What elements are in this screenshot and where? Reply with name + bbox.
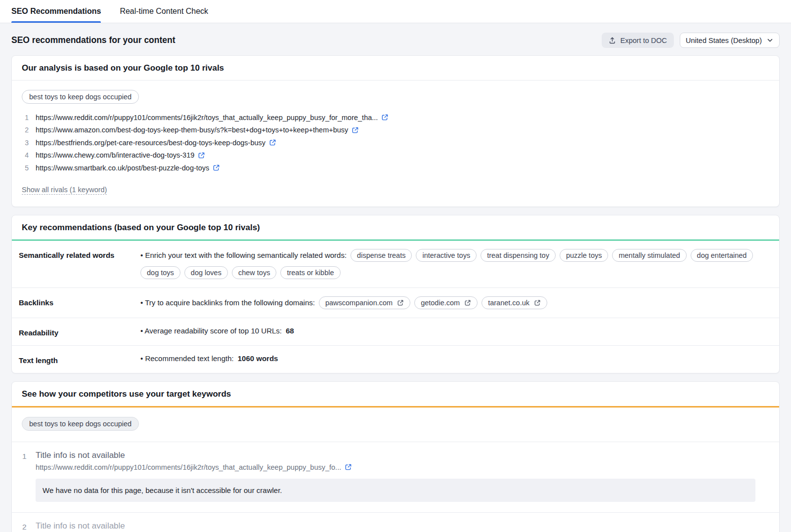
external-link-icon[interactable] (198, 152, 205, 159)
upload-icon (609, 37, 616, 44)
rival-url-list: 1 https://www.reddit.com/r/puppy101/comm… (22, 111, 769, 174)
no-data-note: We have no data for this page, because i… (36, 479, 755, 502)
key-recommendations-card: Key recommendations (based on your Googl… (11, 215, 780, 373)
rec-label: Backlinks (19, 296, 140, 307)
item-url-link[interactable]: https://www.reddit.com/r/puppy101/commen… (36, 463, 769, 471)
rival-row: 3 https://bestfriends.org/pet-care-resou… (22, 136, 769, 149)
rival-row: 5 https://www.smartbark.co.uk/post/best-… (22, 162, 769, 174)
word-chip: treat dispensing toy (481, 249, 556, 262)
competitors-keyword-area: best toys to keep dogs occupied (12, 408, 779, 442)
external-link-icon[interactable] (345, 463, 352, 471)
rival-url-link[interactable]: https://www.smartbark.co.uk/post/best-pu… (36, 164, 220, 172)
region-selector-value: United States (Desktop) (686, 37, 762, 44)
chevron-down-icon (766, 37, 774, 44)
rival-row: 2 https://www.amazon.com/best-dog-toys-k… (22, 124, 769, 137)
tab-realtime-content-check[interactable]: Real-time Content Check (120, 0, 208, 23)
readability-value: 68 (286, 327, 294, 335)
rivals-card: Our analysis is based on your Google top… (11, 55, 780, 207)
page-content: SEO recommendations for your content Exp… (0, 23, 791, 532)
keyword-chip: best toys to keep dogs occupied (22, 90, 139, 104)
rec-label: Text length (19, 354, 140, 365)
word-chip: puzzle toys (560, 249, 609, 262)
rec-row-semantic: Semantically related words Enrich your t… (12, 241, 779, 288)
text-length-text: Recommended text length: (140, 354, 234, 363)
item-number: 2 (22, 521, 36, 532)
rec-content: Try to acquire backlinks from the follow… (140, 296, 769, 309)
domain-chip[interactable]: pawscompanion.com (319, 296, 410, 309)
text-length-value: 1060 words (238, 354, 278, 363)
word-chip: interactive toys (416, 249, 477, 262)
rival-url-link[interactable]: https://www.reddit.com/r/puppy101/commen… (36, 114, 389, 122)
external-link-icon[interactable] (381, 114, 389, 121)
word-chip: treats or kibble (280, 266, 340, 279)
page-header: SEO recommendations for your content Exp… (11, 33, 780, 48)
keyword-chip: best toys to keep dogs occupied (22, 417, 139, 431)
word-chip: mentally stimulated (612, 249, 686, 262)
rival-number: 4 (22, 151, 29, 159)
readability-text: Average readability score of top 10 URLs… (140, 327, 282, 335)
domain-chip[interactable]: getodie.com (414, 296, 478, 309)
word-chip: dog entertained (691, 249, 753, 262)
word-chip: chew toys (232, 266, 276, 279)
rival-number: 2 (22, 126, 29, 134)
export-to-doc-button[interactable]: Export to DOC (602, 33, 674, 48)
rec-intro: Enrich your text with the following sema… (140, 251, 347, 259)
page-title: SEO recommendations for your content (11, 35, 176, 45)
competitors-card: See how your competitors use your target… (11, 381, 780, 532)
competitor-item: 2 Title info is not available https://ww… (12, 512, 779, 532)
item-number: 1 (22, 450, 36, 512)
external-link-icon[interactable] (269, 139, 276, 146)
tab-seo-recommendations[interactable]: SEO Recommendations (11, 0, 101, 23)
header-actions: Export to DOC United States (Desktop) (602, 33, 780, 48)
rec-row-readability: Readability Average readability score of… (12, 318, 779, 346)
rec-row-backlinks: Backlinks Try to acquire backlinks from … (12, 288, 779, 318)
rec-intro: Try to acquire backlinks from the follow… (140, 298, 315, 307)
domain-chip[interactable]: taranet.co.uk (482, 296, 547, 309)
rec-label: Semantically related words (19, 249, 140, 259)
word-chip: dog loves (184, 266, 228, 279)
item-title: Title info is not available (36, 450, 769, 460)
external-link-icon[interactable] (213, 164, 220, 171)
rec-content: Enrich your text with the following sema… (140, 249, 769, 279)
competitors-card-title: See how your competitors use your target… (12, 382, 779, 408)
region-selector[interactable]: United States (Desktop) (680, 33, 780, 48)
external-link-icon[interactable] (534, 299, 541, 306)
rec-content: Average readability score of top 10 URLs… (140, 327, 769, 335)
rival-number: 5 (22, 164, 29, 172)
item-title: Title info is not available (36, 521, 769, 531)
key-recommendations-title: Key recommendations (based on your Googl… (12, 215, 779, 241)
rival-number: 3 (22, 139, 29, 147)
rival-row: 4 https://www.chewy.com/b/interactive-do… (22, 149, 769, 162)
rivals-card-body: best toys to keep dogs occupied 1 https:… (12, 81, 779, 206)
rivals-card-title: Our analysis is based on your Google top… (12, 56, 779, 81)
rival-url-link[interactable]: https://bestfriends.org/pet-care-resourc… (36, 139, 276, 147)
show-all-rivals-link[interactable]: Show all rivals (1 keyword) (22, 186, 107, 195)
external-link-icon[interactable] (464, 299, 471, 306)
rec-label: Readability (19, 327, 140, 337)
external-link-icon[interactable] (352, 126, 359, 134)
export-button-label: Export to DOC (620, 37, 667, 44)
rec-row-text-length: Text length Recommended text length: 106… (12, 346, 779, 373)
rival-number: 1 (22, 114, 29, 122)
rival-url-link[interactable]: https://www.amazon.com/best-dog-toys-kee… (36, 126, 359, 134)
rec-content: Recommended text length: 1060 words (140, 354, 769, 363)
word-chip: dispense treats (351, 249, 412, 262)
word-chip: dog toys (140, 266, 180, 279)
rival-url-link[interactable]: https://www.chewy.com/b/interactive-dog-… (36, 151, 205, 159)
competitor-item: 1 Title info is not available https://ww… (12, 442, 779, 512)
rival-row: 1 https://www.reddit.com/r/puppy101/comm… (22, 111, 769, 124)
top-tab-bar: SEO Recommendations Real-time Content Ch… (0, 0, 791, 23)
external-link-icon[interactable] (397, 299, 404, 306)
